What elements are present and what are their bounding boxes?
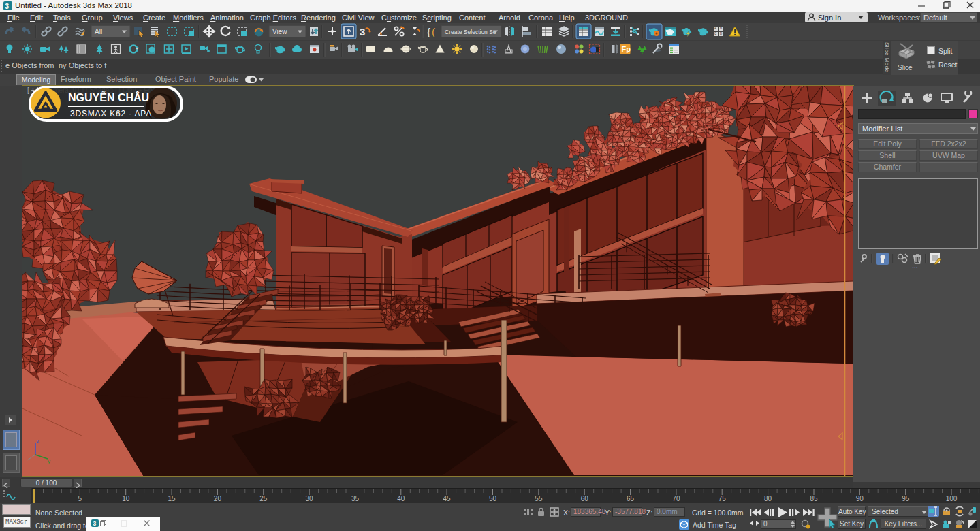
svg-text:y: y — [48, 458, 50, 464]
svg-text:(: ( — [432, 26, 435, 37]
svg-text:15: 15 — [168, 495, 176, 502]
svg-text:30: 30 — [306, 495, 314, 502]
svg-text:35: 35 — [351, 495, 360, 502]
svg-text:3: 3 — [360, 26, 365, 37]
svg-text:40: 40 — [397, 495, 405, 502]
svg-text:z: z — [37, 438, 39, 444]
svg-text:80: 80 — [764, 495, 772, 502]
svg-text:Fp: Fp — [622, 45, 631, 53]
svg-text:Create Selection Se: Create Selection Se — [445, 29, 496, 35]
svg-text:90: 90 — [856, 495, 864, 502]
svg-text:100: 100 — [946, 495, 958, 502]
svg-text:50: 50 — [489, 495, 497, 502]
svg-text:All: All — [95, 28, 102, 35]
svg-text:25: 25 — [259, 495, 268, 502]
svg-text:65: 65 — [627, 495, 635, 502]
svg-text:5: 5 — [78, 495, 82, 502]
svg-text:20: 20 — [214, 495, 222, 502]
svg-text:A: A — [714, 27, 716, 30]
svg-text:3: 3 — [5, 3, 10, 10]
svg-text:85: 85 — [810, 495, 818, 502]
svg-text:75: 75 — [718, 495, 727, 502]
svg-text:45: 45 — [443, 495, 452, 502]
svg-text:{: { — [427, 26, 430, 37]
svg-text:55: 55 — [535, 495, 543, 502]
svg-text:View: View — [272, 28, 287, 35]
svg-text:70: 70 — [672, 495, 680, 502]
svg-text:B: B — [720, 27, 722, 30]
svg-text:95: 95 — [902, 495, 910, 502]
svg-text:3: 3 — [93, 520, 97, 527]
svg-text:60: 60 — [581, 495, 589, 502]
svg-text:10: 10 — [122, 495, 130, 502]
